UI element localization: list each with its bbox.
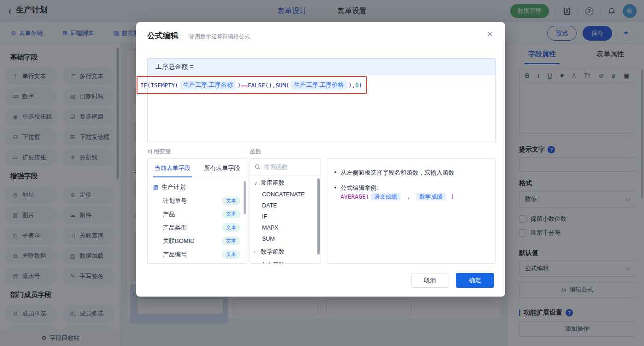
variable-type-badge: 文本 bbox=[222, 263, 240, 264]
cancel-button[interactable]: 取消 bbox=[411, 273, 448, 288]
field-token: 数学成绩 bbox=[416, 193, 446, 200]
form-doc-icon: ▤ bbox=[153, 184, 158, 190]
formula-token: IF(ISEMPTY( bbox=[140, 82, 179, 89]
variable-list: 计划单号文本产品文本产品类型文本关联BOMID文本产品编号文本产品名称文本 bbox=[148, 194, 247, 264]
formula-token: ) bbox=[237, 82, 241, 89]
dialog-title: 公式编辑 bbox=[147, 30, 179, 41]
function-item[interactable]: DATE bbox=[250, 200, 321, 211]
variable-type-badge: 文本 bbox=[222, 196, 240, 205]
variable-type-badge: 文本 bbox=[222, 250, 240, 259]
function-item[interactable]: SUM bbox=[250, 233, 321, 244]
function-group-collapsed[interactable]: ›文本函数 bbox=[250, 258, 321, 264]
functions-scrollbar[interactable] bbox=[317, 178, 320, 255]
variable-type-badge: 文本 bbox=[222, 223, 240, 232]
variable-item[interactable]: 产品编号文本 bbox=[148, 248, 247, 261]
variable-type-badge: 文本 bbox=[222, 237, 240, 245]
variable-tab-all-forms[interactable]: 所有表单字段 bbox=[197, 159, 247, 177]
formula-expression[interactable]: IF(ISEMPTY(生产工序.工序名称)==FALSE(),SUM(生产工序.… bbox=[137, 76, 367, 94]
variable-item[interactable]: 产品名称文本 bbox=[148, 261, 247, 264]
formula-token: FALSE(),SUM( bbox=[248, 82, 289, 89]
variable-name: 计划单号 bbox=[163, 197, 187, 205]
function-item[interactable]: CONCATENATE bbox=[250, 189, 321, 200]
dialog-subtitle: 使用数学运算符编辑公式 bbox=[189, 33, 250, 41]
chevron-down-icon: ∨ bbox=[254, 180, 258, 186]
variables-pane: 当前表单字段所有表单字段 ▤ 生产计划 计划单号文本产品文本产品类型文本关联BO… bbox=[147, 158, 247, 264]
variable-name: 关联BOMID bbox=[163, 237, 195, 245]
functions-pane: 搜索函数 ∨常用函数CONCATENATEDATEIFMAPXSUM›数学函数›… bbox=[250, 158, 321, 264]
variables-label: 可用变量 bbox=[147, 147, 171, 156]
variable-name: 产品名称 bbox=[163, 264, 187, 264]
field-token: 语文成绩 bbox=[371, 193, 400, 200]
field-token: 生产工序.工序名称 bbox=[180, 80, 236, 90]
function-search[interactable]: 搜索函数 bbox=[250, 159, 321, 176]
chevron-right-icon: › bbox=[254, 249, 258, 255]
variable-name: 产品类型 bbox=[163, 224, 187, 232]
bullet-icon bbox=[334, 187, 336, 188]
hint-line-2: 公式编辑举例: AVERAGE(语文成绩 ， 数学成绩 ) bbox=[340, 183, 487, 201]
variables-scrollbar[interactable] bbox=[244, 181, 246, 214]
formula-target-field: 工序总金额 = bbox=[148, 59, 495, 75]
formula-editor-box: 工序总金额 = bbox=[147, 58, 496, 143]
variable-tab-current-form[interactable]: 当前表单字段 bbox=[148, 159, 197, 177]
variable-name: 产品 bbox=[163, 210, 175, 219]
function-group-collapsed[interactable]: ›数学函数 bbox=[250, 244, 321, 258]
function-item[interactable]: IF bbox=[250, 211, 321, 222]
function-item[interactable]: MAPX bbox=[250, 222, 321, 233]
bullet-icon bbox=[334, 171, 336, 173]
function-list: ∨常用函数CONCATENATEDATEIFMAPXSUM›数学函数›文本函数 bbox=[250, 176, 321, 264]
field-token: 生产工序.工序价格 bbox=[291, 80, 347, 90]
example-function: AVERAGE( bbox=[340, 193, 370, 200]
chevron-right-icon: › bbox=[254, 262, 258, 264]
variable-type-badge: 文本 bbox=[222, 210, 240, 219]
example-function: ) bbox=[447, 193, 454, 200]
search-icon bbox=[255, 164, 261, 170]
formula-token: ), bbox=[348, 82, 355, 89]
hint-line-1: 从左侧面板选择字段名和函数，或输入函数 bbox=[340, 168, 454, 177]
hints-pane: 从左侧面板选择字段名和函数，或输入函数 公式编辑举例: AVERAGE(语文成绩… bbox=[326, 158, 496, 264]
close-icon[interactable]: ✕ bbox=[487, 30, 493, 39]
variable-item[interactable]: 产品类型文本 bbox=[148, 221, 247, 234]
variable-tabs: 当前表单字段所有表单字段 bbox=[148, 159, 247, 177]
formula-token: ) bbox=[359, 82, 363, 89]
function-search-placeholder: 搜索函数 bbox=[264, 163, 288, 171]
formula-token: 0 bbox=[355, 82, 359, 89]
variable-tree-root[interactable]: ▤ 生产计划 bbox=[148, 177, 247, 194]
variable-item[interactable]: 产品文本 bbox=[148, 207, 247, 221]
formula-token: == bbox=[241, 82, 248, 89]
variable-name: 产品编号 bbox=[163, 250, 187, 259]
formula-editor-dialog: 公式编辑 使用数学运算符编辑公式 ✕ 工序总金额 = IF(ISEMPTY(生产… bbox=[136, 22, 505, 297]
app-root: ‹ 生产计划 表单设计表单设置 数据管理 ? 检 ⊘表单外链⊠后端脚本▦数据权 … bbox=[0, 0, 644, 346]
function-group-expanded[interactable]: ∨常用函数 bbox=[250, 176, 321, 189]
variable-item[interactable]: 计划单号文本 bbox=[148, 194, 247, 207]
confirm-button[interactable]: 确定 bbox=[456, 273, 494, 288]
variable-item[interactable]: 关联BOMID文本 bbox=[148, 234, 247, 248]
functions-label: 函数 bbox=[250, 147, 262, 156]
